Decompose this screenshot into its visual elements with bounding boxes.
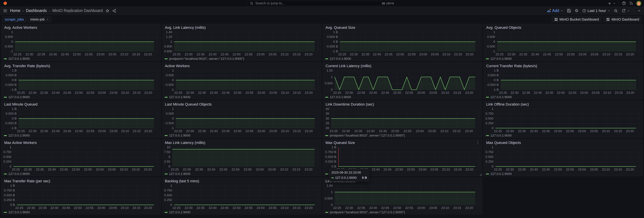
variable-value-dropdown[interactable]: minio-job <box>28 17 51 22</box>
chart[interactable]: 403530252022:2522:3022:3522:4022:4522:50… <box>323 106 482 134</box>
panel-title[interactable]: Last Minute Queued Objects <box>162 101 321 106</box>
legend-label[interactable]: 127.0.0.1:9000 <box>8 134 30 137</box>
chart[interactable]: 10.7500.5000.250022:2522:3022:3522:4022:… <box>484 106 643 134</box>
panel-title[interactable]: Avg. Queued Objects <box>484 24 643 30</box>
breadcrumb-home[interactable]: Home <box>10 9 20 13</box>
legend-label[interactable]: 127.0.0.1:9000 <box>330 95 351 99</box>
chart[interactable]: 1 B0.500 B0 B-0.500 B-1 B22:2522:3022:35… <box>484 68 643 95</box>
chart[interactable]: 10.7500.5000.250022:2522:3022:3522:4022:… <box>162 183 321 210</box>
panel-title[interactable]: Current Link Latency (millis) <box>323 62 482 68</box>
legend-swatch[interactable] <box>4 174 7 174</box>
legend-swatch[interactable] <box>164 58 168 59</box>
chart[interactable]: 10.5000-0.500-122:2522:3022:3522:4022:45… <box>2 30 160 57</box>
legend-label[interactable]: {endpoint="localhost:9010", server="127.… <box>330 134 405 137</box>
legend-swatch[interactable] <box>164 212 168 213</box>
chart[interactable]: 1 B0.750 B0.500 B0.250 B0 B22:2522:3022:… <box>323 145 482 172</box>
panel-title[interactable]: Last Minute Queued <box>2 101 160 106</box>
legend-label[interactable]: 127.0.0.1:9000 <box>8 172 30 176</box>
grafana-logo-icon[interactable] <box>3 1 8 6</box>
dashboard-settings-button[interactable]: ⚙ <box>575 9 578 13</box>
panel-title[interactable]: Avg. Queued Size <box>323 24 482 30</box>
panel-menu-icon[interactable]: ⋮ <box>476 140 480 145</box>
legend-label[interactable]: 127.0.0.1:9000 <box>490 172 512 176</box>
panel-avg-queued-size: Avg. Queued Size1 B0.500 B0 B-0.500 B-1 … <box>323 24 482 61</box>
favorite-button[interactable] <box>106 9 110 13</box>
save-dashboard-button[interactable] <box>567 9 571 13</box>
legend-swatch[interactable] <box>325 97 328 98</box>
legend-label[interactable]: 127.0.0.1:9000 <box>8 210 30 214</box>
svg-text:23:05: 23:05 <box>429 206 437 209</box>
legend-label[interactable]: 127.0.0.1:9000 <box>330 57 351 61</box>
time-range-picker[interactable]: Last 1 hour <box>582 9 610 13</box>
panel-title[interactable]: Backlog (last 5 mins) <box>162 178 321 183</box>
link-minio-bucket-dashboard[interactable]: MinIO Bucket Dashboard <box>552 17 602 22</box>
panel-title[interactable]: Avg. Transfer Rate (bytes/s) <box>2 62 160 68</box>
legend-label[interactable]: 127.0.0.1:9000 <box>490 134 512 137</box>
news-button[interactable] <box>629 1 633 5</box>
chart[interactable]: 1.401.2010.8000.60022:2522:3022:3522:402… <box>162 30 321 57</box>
chart[interactable]: 1 B0.500 B0 B-0.500 B-1 B22:2522:3022:35… <box>2 68 160 95</box>
search-input[interactable] <box>255 1 380 5</box>
user-avatar[interactable] <box>636 1 641 6</box>
panel-title[interactable]: Max Active Workers <box>2 139 160 145</box>
chart[interactable]: 1.5010.500022:2522:3022:3522:4022:4522:5… <box>323 68 482 95</box>
legend-swatch[interactable] <box>486 58 489 59</box>
breadcrumb-dashboards[interactable]: Dashboards <box>26 9 47 13</box>
panel-title[interactable]: Max Transfer Rate (per sec) <box>2 178 160 183</box>
legend-label[interactable]: 127.0.0.1:9000 <box>8 95 30 99</box>
panel-title[interactable]: Active Workers <box>162 62 321 68</box>
panel-title[interactable]: Max Link Latency (millis) <box>162 139 321 145</box>
zoom-out-time-button[interactable] <box>614 9 618 13</box>
legend-swatch[interactable] <box>325 212 328 213</box>
panel-title[interactable]: Link Downtime Duration (sec) <box>323 101 482 106</box>
chart[interactable]: 1 B0.750 B0.500 B0.250 B0 B22:2522:3022:… <box>2 183 160 210</box>
legend-swatch[interactable] <box>486 174 489 174</box>
panel-title[interactable]: Avg. Link Latency (millis) <box>162 24 321 30</box>
search-box[interactable]: ctrl+k <box>248 1 396 6</box>
legend-label[interactable]: 127.0.0.1:9000 <box>169 172 190 176</box>
legend-swatch[interactable] <box>164 97 168 98</box>
chart[interactable]: 10.5000-0.500-122:2522:3022:3522:4022:45… <box>484 30 643 57</box>
legend-swatch[interactable] <box>164 135 168 136</box>
legend-label[interactable]: {endpoint="localhost:9010", server="127.… <box>330 210 405 214</box>
legend-swatch[interactable] <box>325 58 328 59</box>
mega-menu-button[interactable] <box>3 9 8 13</box>
panel-title[interactable]: Link Offline Duration (sec) <box>484 101 643 106</box>
panel-title[interactable]: Current Transfer Rate (bytes/s) <box>484 62 643 68</box>
chart[interactable]: 1 B0.500 B0 B-0.500 B-1 B22:2522:3022:35… <box>2 106 160 134</box>
link-minio-dashboard[interactable]: MinIO Dashboard <box>604 17 642 22</box>
legend-swatch[interactable] <box>4 97 7 98</box>
legend-label[interactable]: {endpoint="localhost:9010", server="127.… <box>169 57 244 61</box>
legend-label[interactable]: 127.0.0.1:9000 <box>490 95 512 99</box>
panel-resize-handle[interactable] <box>480 173 482 176</box>
legend-swatch[interactable] <box>325 174 328 174</box>
chart[interactable]: 10.5000-0.500-122:2522:3022:3522:4022:45… <box>162 68 321 95</box>
legend-label[interactable]: 127.0.0.1:9000 <box>169 134 190 137</box>
legend-swatch[interactable] <box>4 212 7 213</box>
collapse-toolbar-button[interactable] <box>637 9 641 13</box>
chart[interactable]: 107.5052.50022:2522:3022:3522:4022:4522:… <box>162 145 321 172</box>
panel-title[interactable]: Avg. Active Workers <box>2 24 160 30</box>
refresh-button[interactable] <box>622 9 630 13</box>
legend-label[interactable]: 127.0.0.1:9000 <box>490 57 512 61</box>
legend-swatch[interactable] <box>4 58 7 59</box>
legend-swatch[interactable] <box>4 135 7 136</box>
chart[interactable]: 10.5000-0.500-122:2522:3022:3522:4022:45… <box>162 106 321 134</box>
panel-title[interactable]: Max Queued Objects <box>484 139 643 145</box>
new-menu-button[interactable] <box>608 1 616 5</box>
panel-title[interactable]: Max Queued Size <box>323 139 482 145</box>
chart[interactable]: 10.7500.5000.250022:2522:3022:3522:4022:… <box>484 145 643 172</box>
legend-label[interactable]: 127.0.0.1:9000 <box>169 210 190 214</box>
add-panel-button[interactable]: Add <box>547 9 563 13</box>
share-button[interactable] <box>112 9 116 13</box>
chart[interactable]: 1 B0.500 B0 B-0.500 B-1 B22:2522:3022:35… <box>323 30 482 57</box>
legend-swatch[interactable] <box>164 174 168 174</box>
chart[interactable]: 10.7500.5000.250022:2522:3022:3522:4022:… <box>2 145 160 172</box>
chart[interactable]: 1.5010.500022:2522:3022:3522:4022:4522:5… <box>323 183 482 210</box>
help-button[interactable] <box>622 1 626 5</box>
legend-label[interactable]: 127.0.0.1:9000 <box>169 95 190 99</box>
legend-swatch[interactable] <box>325 135 328 136</box>
legend-label[interactable]: 127.0.0.1:9000 <box>8 57 30 61</box>
legend-swatch[interactable] <box>486 97 489 98</box>
legend-swatch[interactable] <box>486 135 489 136</box>
